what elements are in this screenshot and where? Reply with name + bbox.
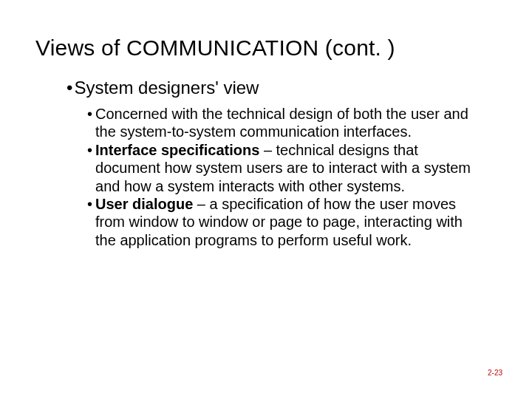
list-item: • User dialogue – a specification of how… bbox=[87, 195, 471, 249]
list-item: • Concerned with the technical design of… bbox=[87, 105, 471, 141]
slide-title: Views of COMMUNICATION (cont. ) bbox=[35, 35, 395, 61]
list-item-text: User dialogue – a specification of how t… bbox=[95, 195, 471, 249]
page-number: 2-23 bbox=[488, 369, 502, 377]
slide: Views of COMMUNICATION (cont. ) •System … bbox=[0, 0, 532, 399]
level1-text: System designers' view bbox=[74, 78, 259, 98]
list-item-text: Interface specifications – technical des… bbox=[95, 141, 471, 195]
list-item-text: Concerned with the technical design of b… bbox=[95, 105, 471, 141]
term-bold: Interface specifications bbox=[95, 142, 259, 158]
list-item: • Interface specifications – technical d… bbox=[87, 141, 471, 195]
bullet-icon: • bbox=[66, 78, 72, 98]
level2-list: • Concerned with the technical design of… bbox=[87, 105, 471, 249]
bullet-icon: • bbox=[87, 195, 92, 249]
bullet-icon: • bbox=[87, 141, 92, 195]
bullet-icon: • bbox=[87, 105, 92, 141]
term-bold: User dialogue bbox=[95, 196, 193, 212]
level1-heading: •System designers' view bbox=[66, 78, 259, 98]
